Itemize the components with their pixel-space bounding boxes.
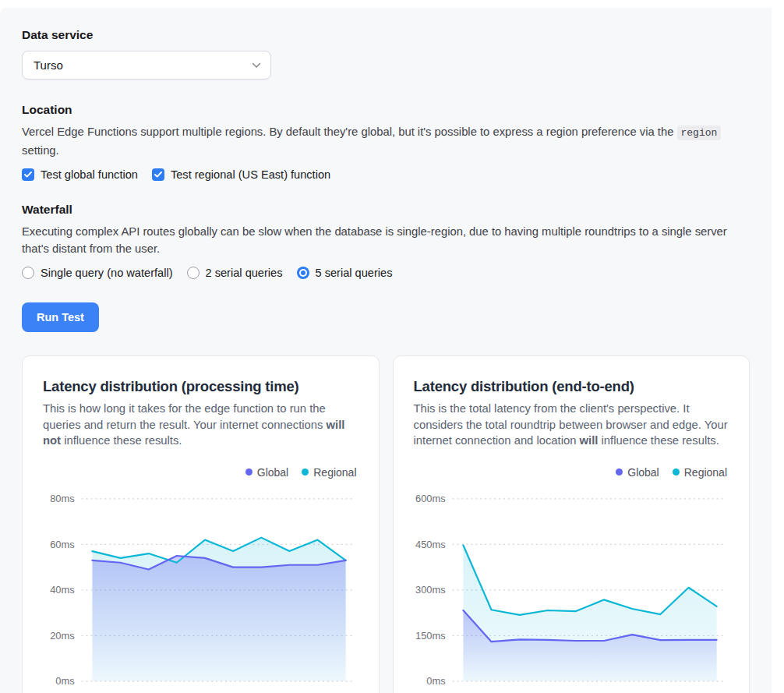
svg-text:80ms: 80ms — [50, 493, 74, 504]
region-code-chip: region — [677, 126, 722, 140]
legend-item-global: Global — [616, 466, 659, 479]
radio-unselected-icon — [187, 267, 200, 279]
radio-2-serial-queries[interactable]: 2 serial queries — [187, 267, 283, 279]
waterfall-heading: Waterfall — [22, 203, 750, 217]
legend-dot-icon — [302, 468, 309, 476]
card-description: This is how long it takes for the edge f… — [43, 401, 358, 449]
svg-text:60ms: 60ms — [50, 538, 74, 550]
svg-text:150ms: 150ms — [415, 629, 445, 641]
waterfall-description: Executing complex API routes globally ca… — [22, 223, 750, 257]
location-heading: Location — [22, 103, 750, 117]
card-title: Latency distribution (processing time) — [43, 378, 358, 395]
radio-5-serial-queries[interactable]: 5 serial queries — [297, 267, 393, 279]
legend-dot-icon — [245, 468, 253, 476]
card-description: This is the total latency from the clien… — [414, 401, 729, 449]
legend-item-regional: Regional — [302, 466, 356, 479]
svg-text:0ms: 0ms — [55, 675, 74, 687]
data-service-heading: Data service — [22, 28, 750, 42]
legend-item-regional: Regional — [673, 466, 727, 479]
location-description: Vercel Edge Functions support multiple r… — [22, 123, 750, 159]
processing-time-area-chart: 0ms20ms40ms60ms80ms#1#2#3#4#5#6#7#8#9#10 — [43, 486, 358, 693]
data-service-select[interactable]: Turso — [22, 51, 271, 80]
svg-text:0ms: 0ms — [426, 675, 445, 687]
chevron-down-icon — [252, 62, 261, 69]
chart-cards: Latency distribution (processing time) T… — [22, 355, 750, 693]
svg-text:600ms: 600ms — [415, 493, 445, 504]
location-checkbox-row: Test global function Test regional (US E… — [22, 168, 750, 181]
checkbox-label: Test global function — [41, 168, 138, 181]
chart-legend: Global Regional — [43, 466, 357, 479]
svg-text:40ms: 40ms — [50, 584, 74, 596]
svg-text:300ms: 300ms — [415, 584, 445, 596]
checkbox-checked-icon — [152, 168, 164, 181]
checkbox-checked-icon — [22, 168, 34, 181]
radio-single-query[interactable]: Single query (no waterfall) — [22, 267, 173, 279]
checkbox-test-regional-function[interactable]: Test regional (US East) function — [152, 168, 330, 181]
main-panel: Data service Turso Location Vercel Edge … — [0, 8, 772, 693]
chart-legend: Global Regional — [414, 466, 728, 479]
processing-time-card: Latency distribution (processing time) T… — [22, 355, 380, 693]
radio-unselected-icon — [22, 267, 34, 279]
card-title: Latency distribution (end-to-end) — [414, 378, 729, 395]
radio-label: 2 serial queries — [206, 267, 283, 279]
checkbox-test-global-function[interactable]: Test global function — [22, 168, 138, 181]
end-to-end-card: Latency distribution (end-to-end) This i… — [393, 355, 750, 693]
data-service-selected-value: Turso — [34, 58, 63, 72]
end-to-end-area-chart: 0ms150ms300ms450ms600ms#1#2#3#4#5#6#7#8#… — [414, 486, 729, 693]
radio-selected-icon — [297, 267, 309, 279]
svg-text:20ms: 20ms — [50, 629, 74, 641]
legend-dot-icon — [616, 468, 623, 476]
radio-label: Single query (no waterfall) — [41, 267, 173, 279]
legend-dot-icon — [673, 468, 680, 476]
svg-text:450ms: 450ms — [415, 538, 445, 550]
checkbox-label: Test regional (US East) function — [171, 168, 330, 181]
radio-label: 5 serial queries — [316, 267, 393, 279]
run-test-button[interactable]: Run Test — [22, 302, 99, 332]
waterfall-radio-row: Single query (no waterfall) 2 serial que… — [22, 267, 750, 279]
legend-item-global: Global — [245, 466, 288, 479]
